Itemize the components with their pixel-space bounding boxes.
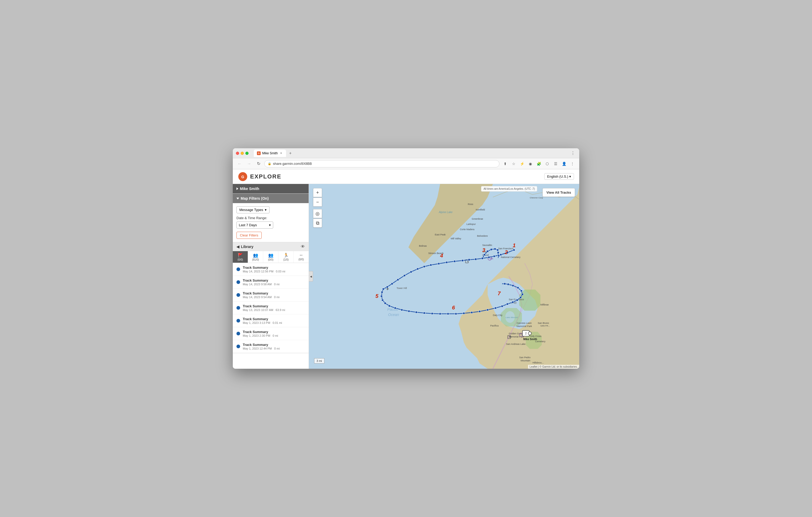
svg-point-53: [493, 255, 495, 257]
library-chevron-icon: ◀: [236, 245, 239, 249]
track-title: Track Summary: [243, 279, 305, 282]
attribution-text: Leaflet | © Garmin Ltd. or its subsidiar…: [530, 365, 578, 368]
garmin-extension[interactable]: ◉: [527, 160, 534, 167]
new-tab-button[interactable]: +: [287, 150, 293, 156]
track-info: Track Summary May 1, 2023 3:13 PM 0.01 m…: [243, 317, 305, 324]
map-attribution: Leaflet | © Garmin Ltd. or its subsidiar…: [528, 365, 579, 369]
tab-misc[interactable]: ↔ (0/0): [294, 251, 309, 263]
zoom-out-button[interactable]: −: [313, 198, 322, 206]
tracking-icon: 👥: [253, 253, 258, 258]
date-range-select[interactable]: Last 7 Days ▾: [236, 222, 273, 229]
locate-button[interactable]: ◎: [313, 209, 322, 218]
svg-point-85: [408, 310, 410, 312]
clear-filters-button[interactable]: Clear Filters: [236, 232, 262, 239]
track-list-item[interactable]: Track Summary May 1, 2023 3:13 PM 0.01 m…: [233, 314, 309, 327]
tab-close-button[interactable]: ✕: [279, 151, 283, 155]
flag-icon: 🚩: [238, 253, 243, 258]
track-dot: [236, 332, 240, 336]
track-list-item[interactable]: Track Summary May 13, 2023 10:07 AM 63.9…: [233, 301, 309, 314]
maximize-button[interactable]: [245, 152, 249, 155]
address-bar[interactable]: 🔒 share.garmin.com/8X8BB: [264, 160, 499, 167]
back-button[interactable]: ←: [236, 160, 243, 167]
close-button[interactable]: [236, 152, 239, 155]
tab-bar: G Mike Smith ✕ +: [254, 150, 568, 157]
refresh-button[interactable]: ↻: [255, 160, 262, 167]
svg-text:East Peak: East Peak: [435, 233, 446, 236]
filters-content: Message Types ▾ Date & Time Range: Last …: [233, 203, 309, 242]
svg-point-89: [439, 313, 441, 315]
message-types-label: Message Types: [239, 208, 263, 212]
svg-text:Pacific: Pacific: [387, 307, 398, 312]
language-selector[interactable]: English (U.S.) ▾: [544, 173, 574, 180]
active-tab[interactable]: G Mike Smith ✕: [254, 150, 286, 157]
track-dot: [236, 267, 240, 271]
menu-button[interactable]: ⋮: [569, 160, 576, 167]
svg-point-105: [512, 285, 514, 287]
extension-button[interactable]: ⚡: [518, 160, 526, 167]
svg-point-81: [384, 302, 386, 305]
svg-text:3: 3: [482, 247, 485, 253]
nav-bar: ← → ↻ 🔒 share.garmin.com/8X8BB ⬆ ☆ ⚡ ◉ 🧩…: [233, 158, 579, 169]
tab-tracking[interactable]: 👥 (81/0): [248, 251, 263, 263]
library-title-text: Library: [241, 245, 253, 249]
cast-button[interactable]: ⬡: [544, 160, 551, 167]
svg-text:Cypress Lawn: Cypress Lawn: [517, 322, 532, 324]
contacts-icon: 👥: [268, 253, 273, 258]
svg-text:G: G: [241, 175, 244, 179]
svg-point-97: [501, 305, 503, 307]
svg-point-50: [513, 249, 515, 251]
message-types-arrow-icon: ▾: [265, 208, 267, 212]
window-menu-button[interactable]: ⋮: [570, 150, 576, 156]
map-filters-header[interactable]: Map Filters (On): [233, 194, 309, 203]
svg-point-79: [381, 295, 383, 297]
extensions-button[interactable]: 🧩: [535, 160, 543, 167]
map-area: Pacific Ocean Tower Hill Alpine Lake Ros…: [309, 184, 579, 369]
track-meta: May 14, 2023 9:58 AM 0 mi: [243, 283, 305, 286]
track-meta: May 1, 2023 12:44 PM 0 mi: [243, 347, 305, 350]
share-button[interactable]: ⬆: [501, 160, 509, 167]
bookmark-button[interactable]: ☆: [510, 160, 517, 167]
svg-text:Mill Valley: Mill Valley: [451, 237, 461, 240]
track-dot: [236, 293, 240, 297]
track-list-item[interactable]: Track Summary May 14, 2023 9:54 AM 0 mi: [233, 289, 309, 301]
forward-button[interactable]: →: [245, 160, 253, 167]
svg-point-92: [463, 312, 465, 314]
track-meta: May 1, 2023 2:30 PM 0 mi: [243, 334, 305, 337]
svg-point-64: [416, 268, 418, 270]
map-controls: + − ◎ ⧉: [313, 188, 322, 228]
svg-text:San Andreas Lake: San Andreas Lake: [506, 343, 525, 345]
track-list-item[interactable]: Track Summary May 14, 2023 9:58 AM 0 mi: [233, 276, 309, 289]
library-visibility-icon[interactable]: 👁: [301, 244, 305, 249]
tab-contacts[interactable]: 👥 (0/0): [263, 251, 279, 263]
svg-point-58: [461, 260, 463, 262]
title-bar: G Mike Smith ✕ + ⋮: [233, 148, 579, 158]
svg-point-52: [500, 254, 502, 256]
svg-text:Memorial Park: Memorial Park: [517, 325, 532, 327]
view-all-tracks-button[interactable]: View All Tracks: [543, 188, 575, 197]
sidebar-collapse-button[interactable]: ◀: [309, 271, 313, 282]
svg-text:Millbrae: Millbrae: [540, 304, 549, 306]
track-info: Track Summary May 1, 2023 2:30 PM 0 mi: [243, 330, 305, 337]
tab-routes[interactable]: 🏃 (1/0): [279, 251, 294, 263]
svg-text:Bolinas: Bolinas: [419, 245, 427, 247]
library-title-row[interactable]: ◀ Library: [236, 245, 253, 249]
user-expand-icon: [236, 188, 238, 190]
garmin-logo-icon: G: [238, 172, 248, 181]
zoom-in-button[interactable]: +: [313, 188, 322, 197]
track-list-item[interactable]: Track Summary May 14, 2023 12:56 PM 0.03…: [233, 263, 309, 276]
tab-waypoints[interactable]: 🚩 (0/0): [233, 251, 248, 263]
message-types-button[interactable]: Message Types ▾: [236, 206, 269, 213]
svg-point-87: [423, 312, 426, 314]
layers-button[interactable]: ⧉: [313, 219, 322, 228]
scale-bar: 3 mi: [314, 358, 324, 364]
track-list-item[interactable]: Track Summary May 1, 2023 12:44 PM 0 mi: [233, 340, 309, 353]
profile-button[interactable]: 👤: [560, 160, 568, 167]
user-header[interactable]: Mike Smith: [233, 184, 309, 194]
reading-mode[interactable]: ☰: [552, 160, 559, 167]
svg-point-55: [481, 257, 484, 260]
track-list-item[interactable]: Track Summary May 1, 2023 2:30 PM 0 mi: [233, 327, 309, 340]
svg-point-104: [517, 287, 519, 289]
svg-text:7: 7: [498, 290, 501, 296]
minimize-button[interactable]: [241, 152, 244, 155]
svg-point-90: [447, 313, 449, 315]
